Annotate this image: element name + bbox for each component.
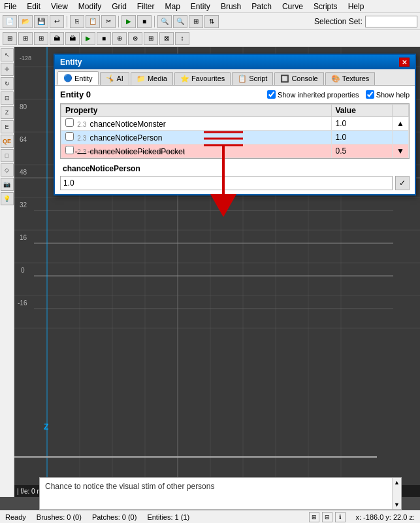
tab-favourites[interactable]: ⭐ Favourites: [174, 72, 231, 85]
tab-textures[interactable]: 🎨 Textures: [325, 72, 376, 85]
prop-checkbox-3[interactable]: [65, 146, 74, 154]
left-btn-select[interactable]: ↖: [1, 48, 14, 61]
left-btn-camera[interactable]: 📷: [1, 178, 14, 191]
tab-entity[interactable]: 🔵 Entity: [57, 71, 99, 85]
toolbar-btn-arrows[interactable]: ⇅: [204, 15, 219, 28]
entity-header: Entity 0 Show inherited properties Show …: [60, 90, 410, 99]
prop-value-3: 0.5: [331, 144, 393, 158]
dialog-title: Entity: [60, 58, 82, 67]
toolbar-btn-r5[interactable]: 🏔: [65, 32, 80, 45]
left-btn-brush[interactable]: □: [1, 149, 14, 162]
left-btn-q[interactable]: QE: [1, 135, 14, 148]
toolbar-sep-1: [67, 16, 67, 27]
left-btn-e[interactable]: E: [1, 120, 14, 133]
menu-patch[interactable]: Patch: [250, 2, 273, 11]
menu-modify[interactable]: Modify: [77, 2, 103, 11]
status-icon-filter[interactable]: ⊟: [322, 512, 332, 522]
toolbar-btn-stop[interactable]: ■: [137, 15, 152, 28]
show-help-checkbox-label[interactable]: Show help: [366, 90, 410, 99]
status-brushes: Brushes: 0 (0): [37, 513, 82, 521]
tab-media[interactable]: 📁 Media: [131, 72, 173, 85]
status-icon-info[interactable]: ℹ: [335, 512, 346, 522]
viewport[interactable]: 80 64 48 32 16 0 -16 -128 Z | f/e: 0 m E…: [14, 47, 420, 497]
viewport-info-text: | f/e: 0 m: [17, 488, 42, 495]
left-btn-z[interactable]: Z: [1, 106, 14, 119]
status-entities: Entities: 1 (1): [147, 513, 189, 521]
toolbar-btn-undo[interactable]: ↩: [50, 15, 64, 28]
toolbar-btn-r4[interactable]: 🏔: [50, 32, 64, 45]
edit-confirm-button[interactable]: ✓: [395, 176, 410, 190]
toolbar-btn-save[interactable]: 💾: [34, 15, 48, 28]
scroll-up-icon[interactable]: ▲: [393, 478, 401, 487]
tab-script[interactable]: 📋 Script: [232, 72, 273, 85]
prop-label-2: chanceNoticePerson: [90, 133, 163, 143]
menu-grid[interactable]: Grid: [110, 2, 128, 11]
edit-value-input[interactable]: [60, 176, 393, 190]
svg-text:-16: -16: [18, 299, 27, 307]
show-inherited-checkbox-label[interactable]: Show inherited properties: [267, 90, 359, 99]
toolbar-btn-copy[interactable]: ⎘: [70, 15, 84, 28]
toolbar-btn-r12[interactable]: ↕: [175, 32, 189, 45]
table-row[interactable]: 2.3 chanceNoticeMonster 1.0 ▲: [61, 117, 409, 131]
toolbar-btn-r3[interactable]: ⊞: [34, 32, 48, 45]
toolbar-btn-r6[interactable]: ▶: [81, 32, 95, 45]
toolbar-btn-r2[interactable]: ⊞: [18, 32, 33, 45]
menu-entity[interactable]: Entity: [189, 2, 212, 11]
menu-curve[interactable]: Curve: [281, 2, 304, 11]
toolbar-btn-r1[interactable]: ⊞: [3, 32, 17, 45]
prop-label-1: chanceNoticeMonster: [90, 120, 166, 129]
toolbar-btn-cut[interactable]: ✂: [101, 15, 116, 28]
entity-name: Entity 0: [60, 90, 91, 99]
table-row[interactable]: 2.3 chanceNoticePickedPocket 0.5 ▼: [61, 144, 409, 158]
tab-console[interactable]: 🔲 Console: [274, 72, 323, 85]
prop-scroll-1: ▲: [393, 117, 409, 131]
show-inherited-checkbox[interactable]: [267, 90, 276, 99]
dialog-close-button[interactable]: ✕: [399, 58, 410, 67]
left-btn-scale[interactable]: ⊡: [1, 92, 14, 105]
toolbar-btn-r11[interactable]: ⊠: [159, 32, 174, 45]
toolbar-btn-r7[interactable]: ■: [97, 32, 111, 45]
menu-brush[interactable]: Brush: [219, 2, 242, 11]
toolbar-btn-new[interactable]: 📄: [3, 15, 17, 28]
status-icon-grid[interactable]: ⊞: [309, 512, 319, 522]
tab-ai[interactable]: 🤸 AI: [100, 72, 129, 85]
left-btn-rotate[interactable]: ↻: [1, 77, 14, 90]
toolbar-btn-play[interactable]: ▶: [121, 15, 136, 28]
left-btn-entity[interactable]: ◇: [1, 163, 14, 177]
tab-textures-label: Textures: [342, 75, 370, 82]
menu-edit[interactable]: Edit: [25, 2, 42, 11]
menu-map[interactable]: Map: [164, 2, 182, 11]
prop-scroll-2: [393, 131, 409, 144]
scroll-down-icon[interactable]: ▼: [393, 500, 401, 509]
dialog-content: Entity 0 Show inherited properties Show …: [55, 86, 415, 194]
menu-help[interactable]: Help: [347, 2, 366, 11]
menu-view[interactable]: View: [50, 2, 69, 11]
description-scrollbar[interactable]: ▲ ▼: [392, 478, 401, 509]
toolbar-btn-r8[interactable]: ⊕: [112, 32, 127, 45]
prop-checkbox-1[interactable]: [65, 118, 74, 127]
tab-favourites-icon: ⭐: [180, 75, 189, 83]
toolbar-sep-3: [154, 16, 155, 27]
toolbar-btn-r10[interactable]: ⊞: [144, 32, 158, 45]
toolbar-btn-zoom-out[interactable]: 🔍: [173, 15, 187, 28]
toolbar-btn-zoom-in[interactable]: 🔍: [157, 15, 172, 28]
toolbar-btn-paste[interactable]: 📋: [86, 15, 100, 28]
toolbar-btn-open[interactable]: 📂: [18, 15, 33, 28]
menu-file[interactable]: File: [3, 2, 18, 11]
status-coords: x: -186.0 y: 22.0 z:: [356, 513, 415, 521]
edit-row: ✓: [60, 176, 410, 190]
entity-options: Show inherited properties Show help: [267, 90, 410, 99]
left-btn-move[interactable]: ✛: [1, 63, 14, 76]
selection-set-input[interactable]: [365, 16, 417, 27]
left-btn-light[interactable]: 💡: [1, 192, 14, 205]
prop-name-3: 2.3 chanceNoticePickedPocket: [61, 144, 332, 158]
toolbar-btn-grid[interactable]: ⊞: [189, 15, 203, 28]
table-row[interactable]: 2.3 chanceNoticePerson 1.0: [61, 131, 409, 144]
toolbar-btn-r9[interactable]: ⊗: [128, 32, 142, 45]
prop-checkbox-2[interactable]: [65, 132, 74, 141]
menu-filter[interactable]: Filter: [136, 2, 156, 11]
prop-version-2: 2.3: [77, 135, 86, 142]
menu-scripts[interactable]: Scripts: [312, 2, 339, 11]
left-toolbar: ↖ ✛ ↻ ⊡ Z E QE □ ◇ 📷 💡: [0, 47, 14, 497]
show-help-checkbox[interactable]: [366, 90, 374, 99]
